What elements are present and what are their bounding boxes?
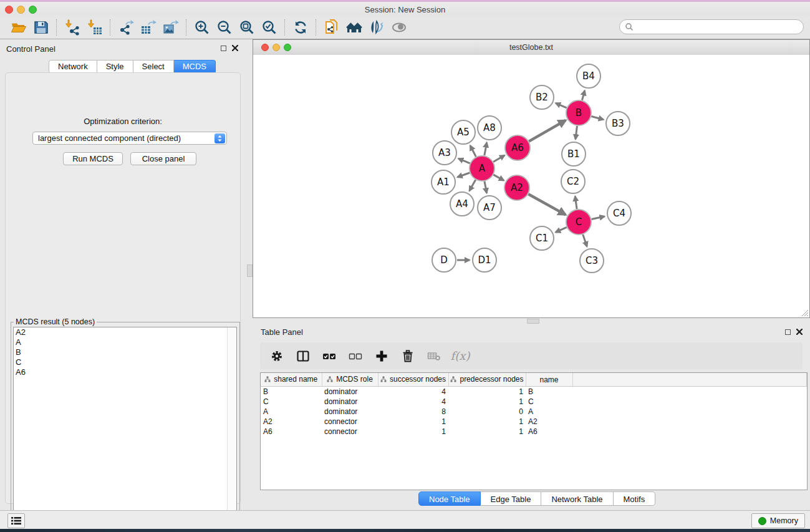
graph-edge[interactable]	[556, 227, 567, 232]
refresh-button[interactable]	[289, 18, 312, 37]
table-cell[interactable]: B	[261, 387, 322, 397]
tab-select[interactable]: Select	[133, 60, 174, 74]
graph-edge[interactable]	[458, 173, 470, 177]
table-cell[interactable]: 4	[378, 397, 448, 407]
tab-node-table[interactable]: Node Table	[418, 491, 481, 506]
table-cell[interactable]: C	[526, 397, 572, 407]
zoom-fit-button[interactable]	[236, 18, 258, 37]
table-cell[interactable]: 8	[378, 407, 448, 417]
create-column-button[interactable]	[371, 346, 392, 366]
apply-style-button[interactable]	[365, 18, 388, 37]
memory-button[interactable]: Memory	[751, 513, 805, 528]
graph-edge[interactable]	[529, 120, 566, 142]
float-panel-icon[interactable]	[221, 46, 226, 51]
table-cell[interactable]: A	[261, 407, 322, 417]
table-cell[interactable]: 4	[378, 387, 448, 397]
graph-edge[interactable]	[528, 194, 566, 215]
tab-motifs[interactable]: Motifs	[614, 491, 656, 506]
column-header-successor-nodes[interactable]: successor nodes	[378, 373, 448, 387]
table-row[interactable]: Cdominator41C	[261, 397, 807, 407]
column-header-mcds-role[interactable]: MCDS role	[322, 373, 378, 387]
mcds-result-item[interactable]: A	[14, 337, 236, 347]
table-row[interactable]: Bdominator41B	[261, 387, 807, 397]
close-panel-button[interactable]: Close panel	[130, 152, 196, 165]
table-cell[interactable]: 1	[448, 387, 526, 397]
table-cell[interactable]: B	[526, 387, 572, 397]
table-cell[interactable]: 1	[448, 417, 526, 427]
open-session-button[interactable]	[7, 18, 30, 37]
network-window-titlebar[interactable]: testGlobe.txt	[253, 40, 809, 56]
function-builder-button[interactable]: f(x)	[450, 346, 471, 366]
table-cell[interactable]: A6	[526, 427, 572, 437]
graph-edge[interactable]	[493, 175, 504, 180]
table-cell[interactable]: A2	[526, 417, 572, 427]
mcds-result-item[interactable]: A2	[14, 327, 236, 337]
graph-edge[interactable]	[470, 180, 476, 191]
export-table-button[interactable]	[137, 18, 160, 37]
table-cell[interactable]: 0	[448, 407, 526, 417]
column-header-predecessor-nodes[interactable]: predecessor nodes	[448, 373, 526, 387]
table-cell[interactable]: 1	[378, 417, 448, 427]
table-row[interactable]: Adominator80A	[261, 407, 807, 417]
table-cell[interactable]: A6	[261, 427, 322, 437]
import-table-button[interactable]	[84, 18, 106, 37]
tab-network-table[interactable]: Network Table	[541, 491, 613, 506]
graph-edge[interactable]	[582, 90, 584, 100]
tab-style[interactable]: Style	[97, 60, 133, 74]
graph-edge[interactable]	[470, 145, 476, 157]
table-cell[interactable]: 1	[378, 427, 448, 437]
criterion-dropdown[interactable]: largest connected component (directed)	[32, 132, 227, 145]
tab-mcds[interactable]: MCDS	[174, 60, 216, 74]
mcds-result-item[interactable]: A6	[14, 367, 236, 377]
search-input[interactable]	[636, 21, 803, 33]
table-cell[interactable]: A2	[261, 417, 322, 427]
run-mcds-button[interactable]: Run MCDS	[63, 152, 123, 165]
first-neighbors-button[interactable]	[343, 18, 365, 37]
delete-table-button[interactable]	[423, 346, 445, 366]
show-column-panel-button[interactable]	[292, 346, 314, 366]
network-canvas[interactable]: B4B2BB3A8A5A6A3B1AA1C2A2A4A7C4CC1C3DD1	[253, 55, 809, 317]
column-header-shared-name[interactable]: shared name	[261, 373, 322, 387]
show-graphics-details-button[interactable]	[388, 18, 410, 37]
graph-edge[interactable]	[493, 155, 504, 162]
table-row[interactable]: A6connector11A6	[261, 427, 807, 437]
select-all-columns-button[interactable]	[319, 346, 340, 366]
graph-edge[interactable]	[583, 235, 587, 246]
mcds-result-item[interactable]: C	[14, 357, 236, 367]
table-cell[interactable]: A	[526, 407, 572, 417]
table-settings-button[interactable]	[266, 346, 287, 366]
graph-edge[interactable]	[485, 181, 487, 193]
zoom-in-button[interactable]	[191, 18, 213, 37]
table-cell[interactable]: 1	[448, 427, 526, 437]
close-table-panel-icon[interactable]	[796, 329, 803, 335]
tab-edge-table[interactable]: Edge Table	[481, 491, 542, 506]
graph-edge[interactable]	[485, 143, 487, 156]
save-session-button[interactable]	[30, 18, 52, 37]
graph-edge[interactable]	[458, 158, 470, 163]
graph-edge[interactable]	[575, 196, 577, 209]
table-cell[interactable]: dominator	[322, 387, 378, 397]
graph-edge[interactable]	[592, 216, 605, 220]
table-cell[interactable]: dominator	[322, 407, 378, 417]
column-header-name[interactable]: name	[526, 373, 572, 387]
node-table[interactable]: shared name MCDS role successor nodes pr…	[260, 372, 808, 490]
delete-column-button[interactable]	[397, 346, 418, 366]
import-network-button[interactable]	[61, 18, 84, 37]
unselect-all-columns-button[interactable]	[345, 346, 366, 366]
table-cell[interactable]: connector	[322, 427, 378, 437]
graph-edge[interactable]	[576, 126, 577, 139]
tab-network[interactable]: Network	[49, 60, 97, 74]
table-cell[interactable]: dominator	[322, 397, 378, 407]
task-history-button[interactable]	[7, 513, 25, 528]
export-image-button[interactable]	[160, 18, 182, 37]
table-cell[interactable]: C	[261, 397, 322, 407]
graph-edge[interactable]	[591, 116, 604, 119]
horizontal-splitter-handle[interactable]	[527, 319, 539, 324]
table-cell[interactable]: 1	[448, 397, 526, 407]
table-row[interactable]: A2connector11A2	[261, 417, 807, 427]
window-resize-grip[interactable]	[800, 308, 809, 317]
graph-edge[interactable]	[556, 103, 567, 107]
mcds-result-item[interactable]: B	[14, 347, 236, 357]
zoom-out-button[interactable]	[213, 18, 236, 37]
result-scrollbar[interactable]	[227, 327, 236, 526]
